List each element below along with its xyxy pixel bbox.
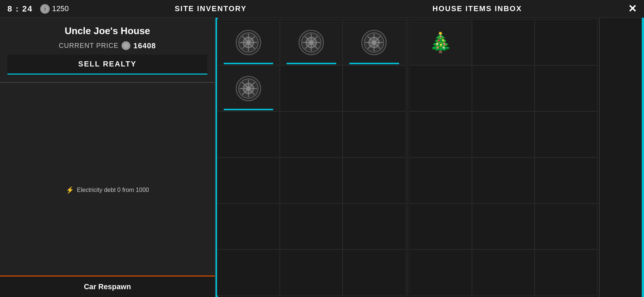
house-inbox-panel: 🎄	[408, 18, 600, 297]
site-inventory-grid	[216, 18, 407, 297]
price-row: CURRENT PRICE 16408	[7, 41, 207, 50]
right-scrollbar[interactable]	[642, 18, 644, 297]
currency-display: ₿ 1250	[40, 4, 69, 14]
inbox-grid-cell-9[interactable]	[535, 111, 598, 157]
electricity-text: Electricity debt 0 from 1000	[77, 187, 149, 193]
inbox-grid-cell-10[interactable]	[409, 157, 472, 203]
site-grid-cell-5[interactable]	[280, 65, 343, 111]
house-inbox-grid: 🎄	[408, 18, 599, 297]
currency-value: 1250	[52, 4, 69, 13]
site-grid-cell-4[interactable]	[217, 65, 280, 111]
bolt-icon: ⚡	[66, 186, 74, 194]
house-info: Uncle Joe's House CURRENT PRICE 16408 SE…	[0, 18, 215, 83]
inbox-grid-cell-4[interactable]	[409, 65, 472, 111]
site-inventory-panel	[216, 18, 408, 297]
selection-bar-1	[224, 63, 274, 64]
inbox-grid-cell-14[interactable]	[472, 203, 535, 249]
time-display: 8 : 24	[7, 4, 33, 14]
wheel-item-4	[234, 75, 262, 102]
site-grid-cell-15[interactable]	[343, 203, 405, 249]
inbox-grid-cell-6[interactable]	[535, 65, 598, 111]
price-value: 16408	[133, 42, 156, 50]
top-bar: 8 : 24 ₿ 1250 SITE INVENTORY HOUSE ITEMS…	[0, 0, 644, 18]
center-titles: SITE INVENTORY HOUSE ITEMS INBOX	[175, 4, 522, 13]
selection-bar-3	[349, 63, 399, 64]
site-grid-cell-3[interactable]	[343, 19, 405, 65]
inbox-grid-cell-7[interactable]	[409, 111, 472, 157]
site-grid-cell-13[interactable]	[217, 203, 280, 249]
wheel-item-3	[360, 29, 388, 56]
site-grid-cell-1[interactable]	[217, 19, 280, 65]
site-grid-cell-18[interactable]	[343, 249, 405, 296]
house-inbox-title: HOUSE ITEMS INBOX	[433, 4, 522, 13]
selection-bar-2	[287, 63, 336, 64]
christmas-tree-item: 🎄	[428, 33, 453, 52]
inbox-grid-cell-11[interactable]	[472, 157, 535, 203]
site-grid-cell-9[interactable]	[343, 111, 405, 157]
inbox-grid-cell-13[interactable]	[409, 203, 472, 249]
inbox-grid-cell-15[interactable]	[535, 203, 598, 249]
inbox-grid-cell-1[interactable]: 🎄	[409, 19, 472, 65]
selection-bar-4	[224, 109, 274, 110]
electricity-info: ⚡ Electricity debt 0 from 1000	[66, 186, 149, 194]
car-respawn-button[interactable]: Car Respawn	[0, 275, 215, 297]
house-name: Uncle Joe's House	[7, 25, 207, 37]
wheel-item-1	[234, 29, 262, 56]
site-grid-cell-8[interactable]	[280, 111, 343, 157]
site-grid-cell-11[interactable]	[280, 157, 343, 203]
top-bar-left: 8 : 24 ₿ 1250	[7, 4, 69, 14]
site-grid-cell-10[interactable]	[217, 157, 280, 203]
inbox-grid-cell-18[interactable]	[535, 249, 598, 296]
sell-realty-button[interactable]: SELL REALTY	[7, 55, 207, 75]
wheel-item-2	[297, 29, 325, 56]
left-panel: Uncle Joe's House CURRENT PRICE 16408 SE…	[0, 18, 216, 297]
site-grid-cell-14[interactable]	[280, 203, 343, 249]
left-panel-body: ⚡ Electricity debt 0 from 1000	[0, 83, 215, 297]
price-label: CURRENT PRICE	[59, 42, 119, 50]
svg-point-6	[124, 43, 128, 48]
coin-icon: ₿	[40, 4, 50, 14]
site-grid-cell-7[interactable]	[217, 111, 280, 157]
inbox-grid-cell-5[interactable]	[472, 65, 535, 111]
site-grid-cell-6[interactable]	[343, 65, 405, 111]
inbox-grid-cell-12[interactable]	[535, 157, 598, 203]
close-button[interactable]: ✕	[628, 4, 637, 14]
site-grid-cell-2[interactable]	[280, 19, 343, 65]
price-coin-icon	[122, 41, 130, 50]
inbox-grid-cell-3[interactable]	[535, 19, 598, 65]
inbox-grid-cell-2[interactable]	[472, 19, 535, 65]
site-grid-cell-17[interactable]	[280, 249, 343, 296]
site-grid-cell-12[interactable]	[343, 157, 405, 203]
site-inventory-title: SITE INVENTORY	[175, 4, 247, 13]
right-spacer	[599, 18, 644, 297]
inbox-grid-cell-16[interactable]	[409, 249, 472, 296]
inbox-grid-cell-17[interactable]	[472, 249, 535, 296]
site-grid-cell-16[interactable]	[217, 249, 280, 296]
main-content: Uncle Joe's House CURRENT PRICE 16408 SE…	[0, 18, 644, 297]
inbox-grid-cell-8[interactable]	[472, 111, 535, 157]
